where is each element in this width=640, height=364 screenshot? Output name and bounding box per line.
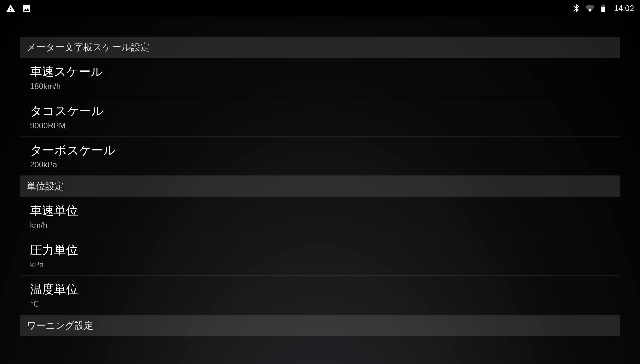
bluetooth-icon [572, 4, 581, 13]
warning-icon [6, 4, 15, 13]
setting-value: 200kPa [30, 160, 613, 169]
setting-item-pressure-unit[interactable]: 圧力単位 kPa [20, 236, 620, 276]
setting-item-speed-scale[interactable]: 車速スケール 180km/h [20, 58, 620, 97]
setting-title: 圧力単位 [30, 242, 613, 258]
setting-title: 車速スケール [30, 64, 613, 80]
setting-item-turbo-scale[interactable]: ターボスケール 200kPa [20, 137, 620, 176]
status-bar-right: 14:02 [572, 4, 634, 13]
setting-title: 車速単位 [30, 203, 613, 219]
setting-title: 温度単位 [30, 282, 613, 297]
setting-value: 9000RPM [30, 121, 613, 130]
setting-value: km/h [30, 221, 613, 230]
section-header-unit: 単位設定 [20, 176, 620, 197]
setting-title: タコスケール [30, 103, 613, 119]
battery-icon [599, 4, 608, 13]
picture-icon [22, 4, 31, 13]
settings-content: メーター文字板スケール設定 車速スケール 180km/h タコスケール 9000… [0, 17, 640, 336]
section-header-meter-scale: メーター文字板スケール設定 [20, 37, 620, 58]
setting-value: ℃ [30, 299, 613, 309]
setting-title: ターボスケール [30, 143, 613, 158]
section-header-warning: ワーニング設定 [20, 315, 620, 336]
setting-item-speed-unit[interactable]: 車速単位 km/h [20, 197, 620, 236]
setting-value: 180km/h [30, 82, 613, 91]
wifi-icon [585, 4, 595, 13]
status-bar: 14:02 [0, 0, 640, 17]
setting-value: kPa [30, 260, 613, 269]
settings-list: メーター文字板スケール設定 車速スケール 180km/h タコスケール 9000… [20, 37, 620, 336]
status-time: 14:02 [614, 4, 634, 13]
status-bar-left [6, 4, 31, 13]
setting-item-tacho-scale[interactable]: タコスケール 9000RPM [20, 97, 620, 137]
setting-item-temperature-unit[interactable]: 温度単位 ℃ [20, 276, 620, 315]
